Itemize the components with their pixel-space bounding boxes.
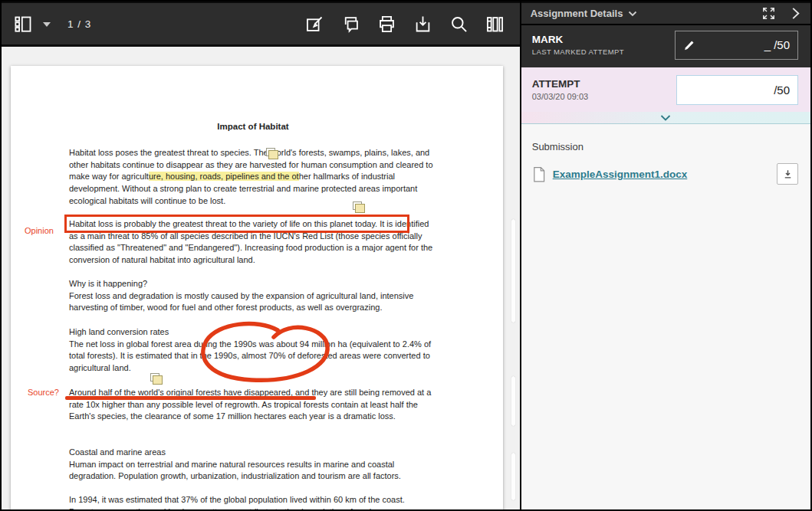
download-icon xyxy=(782,169,794,180)
page-indicator[interactable]: 1 / 3 xyxy=(67,18,91,30)
attempt-section: ATTEMPT 03/03/20 09:03 /50 xyxy=(521,67,810,112)
download-submission-button[interactable] xyxy=(777,163,798,185)
annotate-icon[interactable] xyxy=(304,13,326,34)
source-margin-note[interactable]: Source? xyxy=(28,388,59,397)
doc-paragraph: In 1994, it was estimated that 37% of th… xyxy=(69,494,437,509)
attempt-score-suffix: /50 xyxy=(774,84,790,97)
scrollbar-thumb[interactable] xyxy=(511,376,515,426)
chevron-down-icon xyxy=(660,115,671,121)
sticky-note-icon[interactable] xyxy=(153,375,162,384)
content-library-icon[interactable] xyxy=(485,13,506,34)
assignment-details-panel: Assignment Details MARK LAST MARKED ATTE… xyxy=(520,2,810,509)
search-icon[interactable] xyxy=(449,13,470,34)
mark-score-box[interactable]: _/50 xyxy=(675,31,798,60)
doc-paragraph: Coastal and marine areas Human impact on… xyxy=(69,447,437,483)
doc-paragraph: Habitat loss poses the greatest threat t… xyxy=(69,147,437,208)
collapse-scores-strip[interactable] xyxy=(521,112,810,124)
submission-file-row: ExampleAssignment1.docx xyxy=(532,163,798,185)
red-underline-annotation[interactable] xyxy=(65,396,316,400)
expand-icon[interactable] xyxy=(761,6,776,21)
document-scroll-area[interactable]: Impact of Habitat Habitat loss poses the… xyxy=(2,47,520,509)
comment-icon[interactable] xyxy=(340,13,362,34)
mark-score-placeholder: _ xyxy=(764,38,771,51)
sticky-note-icon[interactable] xyxy=(268,150,278,159)
submission-section: Submission ExampleAssignment1.docx xyxy=(521,124,810,185)
mark-section: MARK LAST MARKED ATTEMPT _/50 xyxy=(521,25,810,67)
document-title: Impact of Habitat xyxy=(69,122,437,131)
panel-header: Assignment Details xyxy=(521,2,810,25)
pencil-icon xyxy=(683,39,695,51)
red-rectangle-annotation[interactable] xyxy=(64,215,409,233)
attempt-date: 03/03/20 09:03 xyxy=(532,92,676,101)
document-page: Impact of Habitat Habitat loss poses the… xyxy=(11,66,503,509)
attempt-score-input[interactable]: /50 xyxy=(676,75,798,105)
red-circle-annotation[interactable] xyxy=(196,317,336,385)
yellow-highlight-annotation[interactable]: ure, housing, roads, pipelines and the o… xyxy=(149,172,299,181)
attempt-label: ATTEMPT xyxy=(532,78,676,90)
document-viewer: 1 / 3 xyxy=(2,2,520,509)
annotate-grading-window: 1 / 3 xyxy=(0,0,812,511)
download-icon[interactable] xyxy=(413,13,434,34)
chevron-right-icon[interactable] xyxy=(790,7,801,20)
scrollbar-thumb[interactable] xyxy=(511,453,515,500)
chevron-down-icon xyxy=(628,11,637,17)
opinion-margin-note[interactable]: Opinion xyxy=(25,226,54,235)
doc-paragraph: Around half of the world's original fore… xyxy=(69,387,437,423)
scrollbar-thumb[interactable] xyxy=(511,219,515,323)
last-marked-attempt-label: LAST MARKED ATTEMPT xyxy=(532,47,675,56)
thumbnails-panel-icon[interactable] xyxy=(12,13,34,34)
viewer-toolbar: 1 / 3 xyxy=(2,2,520,47)
assignment-details-dropdown[interactable]: Assignment Details xyxy=(531,8,638,19)
mark-score-suffix: /50 xyxy=(774,38,790,51)
caret-down-icon[interactable] xyxy=(43,22,51,27)
file-icon xyxy=(532,166,545,182)
submission-label: Submission xyxy=(532,141,798,152)
sticky-note-icon[interactable] xyxy=(355,204,364,212)
doc-paragraph: Why is it happening? Forest loss and deg… xyxy=(69,278,437,314)
submission-file-link[interactable]: ExampleAssignment1.docx xyxy=(553,169,688,180)
print-icon[interactable] xyxy=(376,13,398,34)
mark-label: MARK xyxy=(532,34,675,45)
